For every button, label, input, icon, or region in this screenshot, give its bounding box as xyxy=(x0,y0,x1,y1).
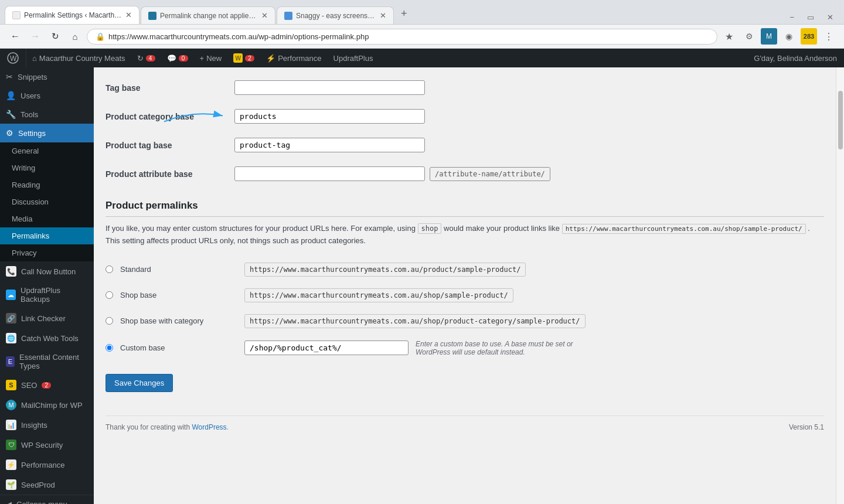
forward-button[interactable]: → xyxy=(27,28,43,45)
sidebar-sub-reading[interactable]: Reading xyxy=(0,176,94,193)
sidebar-plugin-mailchimp[interactable]: M MailChimp for WP xyxy=(0,395,94,415)
window-close[interactable]: ✕ xyxy=(821,11,839,24)
toolbar-ext4[interactable]: 283 xyxy=(801,28,817,45)
sidebar-plugin-wp-security[interactable]: 🛡 WP Security xyxy=(0,435,94,455)
mailchimp-icon: M xyxy=(6,400,16,410)
wp-logo-item[interactable]: W xyxy=(0,49,26,67)
desc-url: https://www.macarthurcountrymeats.com.au… xyxy=(562,224,806,234)
plus-icon: + xyxy=(200,54,205,63)
admin-bar-comments[interactable]: 💬 0 xyxy=(161,49,194,67)
browser-tabs-bar: Permalink Settings ‹ Macarthur C... ✕ Pe… xyxy=(0,0,844,24)
browser-chrome: Permalink Settings ‹ Macarthur C... ✕ Pe… xyxy=(0,0,844,504)
reload-button[interactable]: ↻ xyxy=(47,28,63,45)
back-button[interactable]: ← xyxy=(7,28,23,45)
seedprod-icon: 🌱 xyxy=(6,479,16,490)
wp-admin-bar: W ⌂ Macarthur Country Meats ↻ 4 💬 0 + Ne… xyxy=(0,49,844,67)
sidebar-plugin-essential-content[interactable]: E Essential Content Types xyxy=(0,348,94,375)
product-permalinks-heading: Product permalinks xyxy=(106,200,824,217)
custom-base-input[interactable] xyxy=(244,340,409,355)
browser-tab-2[interactable]: Permalink change not applied | V... ✕ xyxy=(141,6,275,24)
footer-text: Thank you for creating with WordPress. xyxy=(106,423,229,431)
window-minimize[interactable]: − xyxy=(784,11,800,24)
toolbar-star[interactable]: ★ xyxy=(721,28,737,45)
main-content: Tag base Product category base xyxy=(94,67,836,504)
toolbar-ext2[interactable]: M xyxy=(761,28,777,45)
collapse-icon: ◀ xyxy=(6,500,12,504)
version-text: Version 5.1 xyxy=(789,423,824,431)
permalink-options: Standard https://www.macarthurcountrymea… xyxy=(106,257,824,362)
standard-radio[interactable] xyxy=(106,265,113,273)
sidebar-plugin-insights[interactable]: 📊 Insights xyxy=(0,415,94,435)
tag-base-label: Tag base xyxy=(106,73,234,102)
wp-footer: Thank you for creating with WordPress. V… xyxy=(106,416,824,438)
permalinks-label: Permalinks xyxy=(12,231,49,240)
sidebar-sub-permalinks[interactable]: Permalinks xyxy=(0,227,94,244)
browser-tab-3[interactable]: Snaggy - easy screenshots ✕ xyxy=(277,6,394,24)
admin-bar-new[interactable]: + New xyxy=(194,49,228,67)
scrollbar-thumb[interactable] xyxy=(838,91,843,149)
toolbar-ext3[interactable]: ◉ xyxy=(781,28,797,45)
sidebar-plugin-performance[interactable]: ⚡ Performance xyxy=(0,455,94,475)
collapse-menu-item[interactable]: ◀ Collapse menu xyxy=(0,495,94,504)
sidebar-plugin-updraftplus[interactable]: ☁ UpdraftPlus Backups xyxy=(0,281,94,308)
save-changes-button[interactable]: Save Changes xyxy=(106,374,173,392)
sidebar-item-users[interactable]: 👤 Users xyxy=(0,86,94,105)
product-category-base-input[interactable] xyxy=(234,109,425,124)
users-icon: 👤 xyxy=(6,91,16,100)
tab3-close[interactable]: ✕ xyxy=(380,11,386,20)
admin-bar-updraftplus[interactable]: UpdraftPlus xyxy=(328,49,379,67)
tab2-favicon xyxy=(148,12,156,20)
sidebar-plugin-link-checker[interactable]: 🔗 Link Checker xyxy=(0,308,94,328)
browser-toolbar: ← → ↻ ⌂ 🔒 https://www.macarthurcountryme… xyxy=(0,24,844,49)
sidebar-item-snippets[interactable]: ✂ Snippets xyxy=(0,67,94,86)
save-changes-container: Save Changes xyxy=(106,374,824,392)
catch-web-tools-label: Catch Web Tools xyxy=(21,334,79,343)
admin-bar-performance[interactable]: ⚡ Performance xyxy=(260,49,327,67)
sidebar-sub-general[interactable]: General xyxy=(0,142,94,159)
sidebar-sub-discussion[interactable]: Discussion xyxy=(0,193,94,210)
sidebar-sub-privacy[interactable]: Privacy xyxy=(0,244,94,261)
product-tag-base-input[interactable] xyxy=(234,138,425,152)
toolbar-ext5[interactable]: ⋮ xyxy=(821,28,837,45)
sidebar-plugin-catch-web-tools[interactable]: 🌐 Catch Web Tools xyxy=(0,328,94,348)
custom-base-radio[interactable] xyxy=(106,344,113,352)
sidebar-plugin-seedprod[interactable]: 🌱 SeedProd xyxy=(0,475,94,495)
tab2-close[interactable]: ✕ xyxy=(261,11,268,20)
address-bar[interactable]: 🔒 https://www.macarthurcountrymeats.com.… xyxy=(87,29,717,45)
wordfence-icon: W xyxy=(233,53,243,63)
sidebar-sub-writing[interactable]: Writing xyxy=(0,159,94,176)
admin-bar-site[interactable]: ⌂ Macarthur Country Meats xyxy=(26,49,131,67)
tab1-close[interactable]: ✕ xyxy=(125,11,132,19)
discussion-label: Discussion xyxy=(12,197,49,206)
home-button[interactable]: ⌂ xyxy=(67,28,83,45)
sidebar-item-tools[interactable]: 🔧 Tools xyxy=(0,105,94,124)
link-checker-icon: 🔗 xyxy=(6,313,16,323)
shop-category-radio[interactable] xyxy=(106,317,113,325)
product-attribute-base-label: Product attribute base xyxy=(106,159,234,188)
sidebar-plugin-call-now[interactable]: 📞 Call Now Button xyxy=(0,261,94,281)
admin-bar-updates[interactable]: ↻ 4 xyxy=(131,49,161,67)
permalink-option-shop-category: Shop base with category https://www.maca… xyxy=(106,308,824,334)
browser-tab-1[interactable]: Permalink Settings ‹ Macarthur C... ✕ xyxy=(5,6,139,24)
toolbar-ext1[interactable]: ⚙ xyxy=(741,28,757,45)
tag-base-input[interactable] xyxy=(234,80,425,95)
sidebar-label-tools: Tools xyxy=(21,110,38,119)
right-scrollbar[interactable] xyxy=(836,67,844,504)
sidebar-sub-media[interactable]: Media xyxy=(0,210,94,227)
sidebar-plugin-seo[interactable]: S SEO 2 xyxy=(0,375,94,395)
wordpress-link[interactable]: WordPress xyxy=(192,423,226,431)
sidebar-label-settings: Settings xyxy=(18,129,46,138)
permalink-option-standard: Standard https://www.macarthurcountrymea… xyxy=(106,257,824,282)
updates-icon: ↻ xyxy=(137,54,144,63)
shop-base-radio[interactable] xyxy=(106,291,113,299)
updates-count: 4 xyxy=(146,55,155,62)
sidebar-item-settings[interactable]: ⚙ Settings xyxy=(0,124,94,142)
wp-security-icon: 🛡 xyxy=(6,440,16,450)
new-tab-button[interactable]: + xyxy=(395,4,413,24)
product-attribute-base-input[interactable] xyxy=(234,166,425,181)
window-maximize[interactable]: ▭ xyxy=(801,11,820,24)
admin-bar-greeting: G'day, Belinda Anderson xyxy=(747,54,844,63)
tag-base-cell xyxy=(234,73,824,102)
seo-badge: 2 xyxy=(42,382,51,389)
admin-bar-wordfence[interactable]: W 2 xyxy=(227,49,260,67)
